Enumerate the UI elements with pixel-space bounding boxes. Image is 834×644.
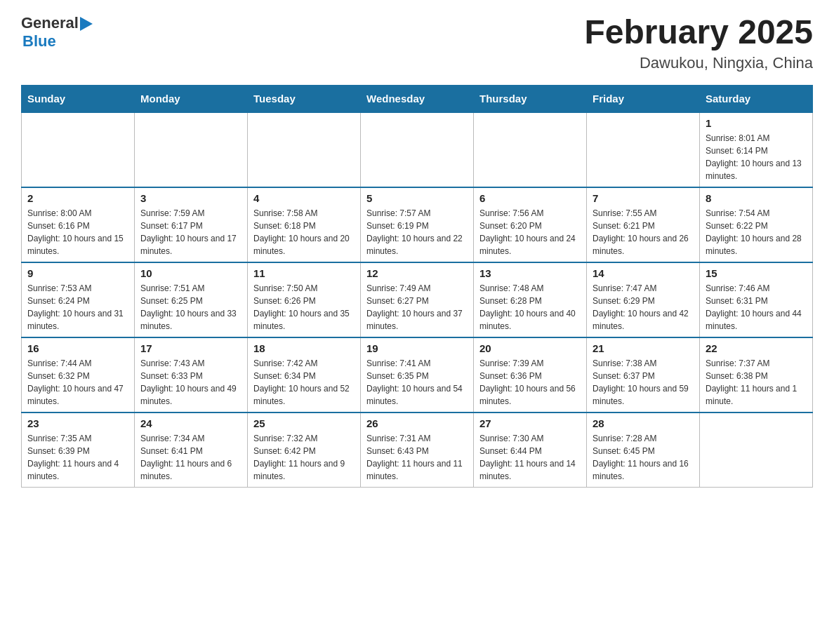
title-block: February 2025 Dawukou, Ningxia, China: [584, 14, 813, 72]
day-info: Sunrise: 7:39 AMSunset: 6:36 PMDaylight:…: [479, 357, 581, 408]
day-info: Sunrise: 8:01 AMSunset: 6:14 PMDaylight:…: [706, 132, 807, 182]
day-info: Sunrise: 7:47 AMSunset: 6:29 PMDaylight:…: [593, 282, 694, 333]
day-number: 7: [593, 192, 694, 204]
calendar-week-row: 1Sunrise: 8:01 AMSunset: 6:14 PMDaylight…: [22, 112, 813, 187]
day-number: 1: [706, 117, 807, 129]
table-row: 27Sunrise: 7:30 AMSunset: 6:44 PMDayligh…: [474, 412, 587, 488]
table-row: 7Sunrise: 7:55 AMSunset: 6:21 PMDaylight…: [587, 187, 700, 262]
day-number: 12: [366, 267, 468, 279]
svg-marker-0: [80, 17, 93, 31]
day-number: 16: [27, 342, 128, 354]
day-number: 2: [27, 192, 128, 204]
day-number: 14: [593, 267, 694, 279]
col-friday: Friday: [587, 85, 700, 112]
table-row: 22Sunrise: 7:37 AMSunset: 6:38 PMDayligh…: [700, 337, 813, 412]
calendar-week-row: 2Sunrise: 8:00 AMSunset: 6:16 PMDaylight…: [22, 187, 813, 262]
logo-blue-text: Blue: [22, 32, 56, 50]
day-info: Sunrise: 7:44 AMSunset: 6:32 PMDaylight:…: [27, 357, 128, 408]
day-number: 5: [366, 192, 468, 204]
calendar-header-row: Sunday Monday Tuesday Wednesday Thursday…: [22, 85, 813, 112]
day-info: Sunrise: 7:50 AMSunset: 6:26 PMDaylight:…: [253, 282, 355, 333]
table-row: 6Sunrise: 7:56 AMSunset: 6:20 PMDaylight…: [474, 187, 587, 262]
table-row: 23Sunrise: 7:35 AMSunset: 6:39 PMDayligh…: [22, 412, 135, 488]
day-info: Sunrise: 7:51 AMSunset: 6:25 PMDaylight:…: [140, 282, 241, 333]
col-monday: Monday: [135, 85, 248, 112]
day-number: 25: [253, 417, 355, 429]
table-row: [587, 112, 700, 187]
day-info: Sunrise: 7:59 AMSunset: 6:17 PMDaylight:…: [140, 207, 241, 257]
calendar-week-row: 23Sunrise: 7:35 AMSunset: 6:39 PMDayligh…: [22, 412, 813, 488]
day-info: Sunrise: 7:43 AMSunset: 6:33 PMDaylight:…: [140, 357, 241, 408]
day-number: 17: [140, 342, 241, 354]
day-number: 28: [593, 417, 694, 429]
day-number: 8: [706, 192, 807, 204]
table-row: 8Sunrise: 7:54 AMSunset: 6:22 PMDaylight…: [700, 187, 813, 262]
table-row: 5Sunrise: 7:57 AMSunset: 6:19 PMDaylight…: [361, 187, 474, 262]
logo: General Blue: [21, 14, 93, 51]
table-row: 28Sunrise: 7:28 AMSunset: 6:45 PMDayligh…: [587, 412, 700, 488]
day-info: Sunrise: 7:31 AMSunset: 6:43 PMDaylight:…: [366, 432, 468, 483]
table-row: 15Sunrise: 7:46 AMSunset: 6:31 PMDayligh…: [700, 262, 813, 337]
table-row: 12Sunrise: 7:49 AMSunset: 6:27 PMDayligh…: [361, 262, 474, 337]
day-number: 18: [253, 342, 355, 354]
calendar-title: February 2025: [584, 14, 813, 51]
day-number: 22: [706, 342, 807, 354]
col-sunday: Sunday: [22, 85, 135, 112]
day-info: Sunrise: 7:42 AMSunset: 6:34 PMDaylight:…: [253, 357, 355, 408]
table-row: 21Sunrise: 7:38 AMSunset: 6:37 PMDayligh…: [587, 337, 700, 412]
table-row: 24Sunrise: 7:34 AMSunset: 6:41 PMDayligh…: [135, 412, 248, 488]
day-info: Sunrise: 7:55 AMSunset: 6:21 PMDaylight:…: [593, 207, 694, 257]
day-number: 10: [140, 267, 241, 279]
day-number: 15: [706, 267, 807, 279]
day-number: 24: [140, 417, 241, 429]
table-row: [474, 112, 587, 187]
table-row: [700, 412, 813, 488]
day-info: Sunrise: 7:35 AMSunset: 6:39 PMDaylight:…: [27, 432, 128, 483]
day-info: Sunrise: 7:48 AMSunset: 6:28 PMDaylight:…: [479, 282, 581, 333]
day-info: Sunrise: 7:57 AMSunset: 6:19 PMDaylight:…: [366, 207, 468, 257]
day-info: Sunrise: 7:30 AMSunset: 6:44 PMDaylight:…: [479, 432, 581, 483]
day-info: Sunrise: 7:56 AMSunset: 6:20 PMDaylight:…: [479, 207, 581, 257]
day-info: Sunrise: 7:53 AMSunset: 6:24 PMDaylight:…: [27, 282, 128, 333]
calendar-table: Sunday Monday Tuesday Wednesday Thursday…: [21, 85, 813, 488]
day-info: Sunrise: 7:49 AMSunset: 6:27 PMDaylight:…: [366, 282, 468, 333]
table-row: 13Sunrise: 7:48 AMSunset: 6:28 PMDayligh…: [474, 262, 587, 337]
day-number: 21: [593, 342, 694, 354]
day-number: 23: [27, 417, 128, 429]
table-row: 20Sunrise: 7:39 AMSunset: 6:36 PMDayligh…: [474, 337, 587, 412]
day-number: 11: [253, 267, 355, 279]
calendar-week-row: 16Sunrise: 7:44 AMSunset: 6:32 PMDayligh…: [22, 337, 813, 412]
table-row: 16Sunrise: 7:44 AMSunset: 6:32 PMDayligh…: [22, 337, 135, 412]
calendar-week-row: 9Sunrise: 7:53 AMSunset: 6:24 PMDaylight…: [22, 262, 813, 337]
day-number: 27: [479, 417, 581, 429]
table-row: 2Sunrise: 8:00 AMSunset: 6:16 PMDaylight…: [22, 187, 135, 262]
table-row: [22, 112, 135, 187]
day-info: Sunrise: 7:37 AMSunset: 6:38 PMDaylight:…: [706, 357, 807, 408]
day-info: Sunrise: 7:46 AMSunset: 6:31 PMDaylight:…: [706, 282, 807, 333]
day-number: 26: [366, 417, 468, 429]
day-number: 13: [479, 267, 581, 279]
day-number: 9: [27, 267, 128, 279]
table-row: 9Sunrise: 7:53 AMSunset: 6:24 PMDaylight…: [22, 262, 135, 337]
day-info: Sunrise: 7:28 AMSunset: 6:45 PMDaylight:…: [593, 432, 694, 483]
col-saturday: Saturday: [700, 85, 813, 112]
day-number: 4: [253, 192, 355, 204]
table-row: 10Sunrise: 7:51 AMSunset: 6:25 PMDayligh…: [135, 262, 248, 337]
col-wednesday: Wednesday: [361, 85, 474, 112]
table-row: 25Sunrise: 7:32 AMSunset: 6:42 PMDayligh…: [248, 412, 361, 488]
table-row: 11Sunrise: 7:50 AMSunset: 6:26 PMDayligh…: [248, 262, 361, 337]
day-info: Sunrise: 7:41 AMSunset: 6:35 PMDaylight:…: [366, 357, 468, 408]
table-row: [361, 112, 474, 187]
day-number: 6: [479, 192, 581, 204]
day-number: 3: [140, 192, 241, 204]
day-number: 20: [479, 342, 581, 354]
col-thursday: Thursday: [474, 85, 587, 112]
day-info: Sunrise: 7:58 AMSunset: 6:18 PMDaylight:…: [253, 207, 355, 257]
table-row: [135, 112, 248, 187]
table-row: 17Sunrise: 7:43 AMSunset: 6:33 PMDayligh…: [135, 337, 248, 412]
day-info: Sunrise: 8:00 AMSunset: 6:16 PMDaylight:…: [27, 207, 128, 257]
table-row: 3Sunrise: 7:59 AMSunset: 6:17 PMDaylight…: [135, 187, 248, 262]
day-info: Sunrise: 7:32 AMSunset: 6:42 PMDaylight:…: [253, 432, 355, 483]
table-row: 18Sunrise: 7:42 AMSunset: 6:34 PMDayligh…: [248, 337, 361, 412]
calendar-subtitle: Dawukou, Ningxia, China: [584, 54, 813, 72]
